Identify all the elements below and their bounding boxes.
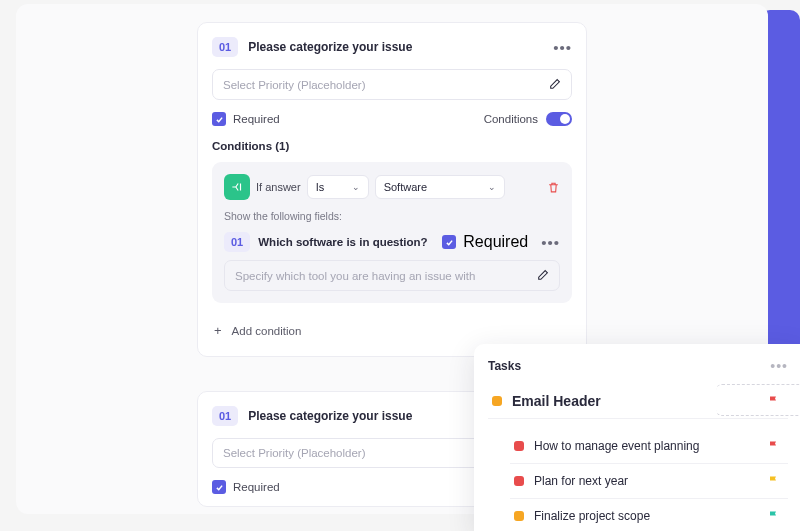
- nested-required-checkbox[interactable]: [442, 235, 456, 249]
- required-left: Required: [212, 112, 280, 126]
- status-dot: [492, 396, 502, 406]
- tasks-header: Tasks •••: [488, 358, 788, 374]
- flag-icon[interactable]: [768, 440, 780, 452]
- required-row: Required Conditions: [212, 112, 572, 126]
- placeholder-text: Select Priority (Placeholder): [223, 79, 366, 91]
- more-icon[interactable]: •••: [541, 234, 560, 251]
- conditions-toggle[interactable]: [546, 112, 572, 126]
- task-left: Plan for next year: [514, 474, 628, 488]
- pencil-icon[interactable]: [548, 78, 561, 91]
- if-answer-label: If answer: [256, 181, 301, 193]
- placeholder-text: Select Priority (Placeholder): [223, 447, 366, 459]
- add-condition-label: Add condition: [232, 325, 302, 337]
- tasks-title: Tasks: [488, 359, 521, 373]
- nested-required: Required •••: [442, 233, 560, 251]
- drop-zone[interactable]: [716, 384, 800, 416]
- status-dot: [514, 441, 524, 451]
- operator-select[interactable]: Is ⌄: [307, 175, 369, 199]
- task-left: Finalize project scope: [514, 509, 650, 523]
- required-checkbox[interactable]: [212, 112, 226, 126]
- more-icon[interactable]: •••: [553, 39, 572, 56]
- priority-placeholder-input[interactable]: Select Priority (Placeholder): [212, 69, 572, 100]
- task-row[interactable]: How to manage event planning: [510, 429, 788, 464]
- field-title-row: 01 Please categorize your issue: [212, 37, 412, 57]
- plus-icon: +: [214, 323, 222, 338]
- field-label: Please categorize your issue: [248, 40, 412, 54]
- task-left: How to manage event planning: [514, 439, 699, 453]
- task-left: Email Header: [492, 393, 601, 409]
- conditions-label: Conditions: [484, 113, 538, 125]
- chevron-down-icon: ⌄: [488, 182, 496, 192]
- value-select[interactable]: Software ⌄: [375, 175, 505, 199]
- required-checkbox[interactable]: [212, 480, 226, 494]
- conditions-section: Conditions (1) If answer Is ⌄ Software ⌄: [212, 140, 572, 344]
- flag-icon[interactable]: [768, 475, 780, 487]
- task-row[interactable]: Plan for next year: [510, 464, 788, 499]
- more-icon[interactable]: •••: [770, 358, 788, 374]
- conditions-heading: Conditions (1): [212, 140, 572, 152]
- flag-icon[interactable]: [768, 510, 780, 522]
- field-header: 01 Please categorize your issue •••: [212, 37, 572, 57]
- task-name: How to manage event planning: [534, 439, 699, 453]
- field-label: Please categorize your issue: [248, 409, 412, 423]
- field-number-badge: 01: [212, 37, 238, 57]
- required-label: Required: [233, 113, 280, 125]
- conditions-right: Conditions: [484, 112, 572, 126]
- operator-value: Is: [316, 181, 325, 193]
- task-name: Finalize project scope: [534, 509, 650, 523]
- condition-rule-row: If answer Is ⌄ Software ⌄: [224, 174, 560, 200]
- nested-placeholder-text: Specify which tool you are having an iss…: [235, 270, 475, 282]
- pencil-icon[interactable]: [536, 269, 549, 282]
- tasks-card: Tasks ••• Email Header How to manage eve…: [474, 344, 800, 531]
- required-left: Required: [212, 480, 280, 494]
- nested-placeholder-input[interactable]: Specify which tool you are having an iss…: [224, 260, 560, 291]
- field-title-row: 01 Please categorize your issue: [212, 406, 412, 426]
- task-sublist: How to manage event planning Plan for ne…: [488, 429, 788, 531]
- condition-box: If answer Is ⌄ Software ⌄ Show the follo…: [212, 162, 572, 303]
- branch-icon: [224, 174, 250, 200]
- status-dot: [514, 476, 524, 486]
- field-number-badge: 01: [212, 406, 238, 426]
- add-condition-button[interactable]: + Add condition: [212, 317, 572, 344]
- nested-field-header: 01 Which software is in question? Requir…: [224, 232, 560, 252]
- required-label: Required: [233, 481, 280, 493]
- nested-required-label: Required: [463, 233, 528, 251]
- task-name: Email Header: [512, 393, 601, 409]
- value-selected: Software: [384, 181, 427, 193]
- form-field-1: 01 Please categorize your issue ••• Sele…: [197, 22, 587, 357]
- status-dot: [514, 511, 524, 521]
- nested-number-badge: 01: [224, 232, 250, 252]
- show-following-label: Show the following fields:: [224, 210, 560, 222]
- task-name: Plan for next year: [534, 474, 628, 488]
- nested-field-title: Which software is in question?: [258, 236, 427, 248]
- nested-left: 01 Which software is in question?: [224, 232, 428, 252]
- chevron-down-icon: ⌄: [352, 182, 360, 192]
- task-row[interactable]: Finalize project scope: [510, 499, 788, 531]
- trash-icon[interactable]: [547, 181, 560, 194]
